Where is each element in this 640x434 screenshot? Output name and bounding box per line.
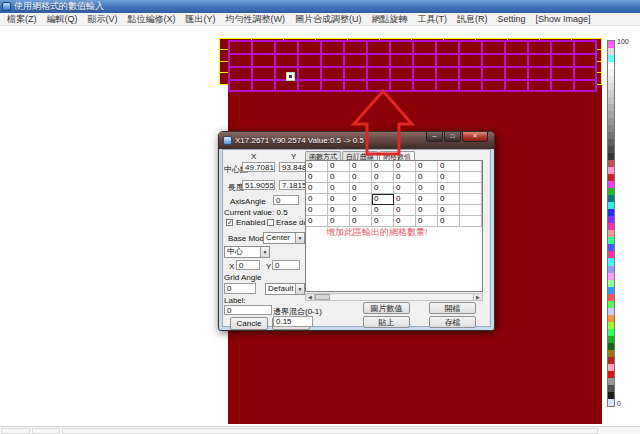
grid-cell[interactable]: 0: [306, 172, 328, 183]
grid-cell[interactable]: 0: [438, 205, 460, 216]
grid-cell[interactable]: 0: [394, 161, 416, 172]
grid-cell[interactable]: 0: [350, 183, 372, 194]
label-input[interactable]: 0: [224, 305, 272, 315]
menu-item-12[interactable]: [Show Image]: [531, 14, 596, 24]
grid-cell[interactable]: 0: [372, 183, 394, 194]
grid-cell[interactable]: 0: [416, 205, 438, 216]
grid-cell[interactable]: 0: [306, 216, 328, 227]
image-values-button[interactable]: 圖片數值: [363, 302, 410, 314]
grid-cell[interactable]: 0: [416, 183, 438, 194]
grid-cell[interactable]: 0: [328, 194, 350, 205]
grid-angle-mode-dropdown[interactable]: Default ▼: [265, 283, 305, 295]
blend-input[interactable]: 0.15: [273, 316, 313, 327]
grid-cell[interactable]: 0: [372, 161, 394, 172]
grid-cell[interactable]: 0: [438, 183, 460, 194]
grid-cell[interactable]: [460, 205, 482, 216]
menu-item-5[interactable]: 匯出(Y): [181, 13, 221, 26]
colorbar-stripe: [608, 350, 614, 357]
grid-cell[interactable]: 0: [328, 183, 350, 194]
grid-cell[interactable]: 0: [328, 205, 350, 216]
colorbar-stripe: [608, 139, 614, 146]
base-mode-dropdown[interactable]: Center ▼: [263, 232, 305, 244]
paste-button[interactable]: 貼上: [363, 316, 410, 328]
grid-cell[interactable]: [460, 183, 482, 194]
dialog-title-bar[interactable]: X17.2671 Y90.2574 Value:0.5 -> 0.5 ─ □ ✕: [219, 132, 494, 149]
scrollbar-thumb[interactable]: [315, 294, 330, 300]
offset-x-input[interactable]: 0: [236, 260, 260, 270]
colorbar-stripe: [608, 160, 614, 167]
grid-cell[interactable]: 0: [416, 172, 438, 183]
axis-angle-input[interactable]: 0: [273, 195, 299, 205]
menu-item-1[interactable]: 檔案(Z): [2, 13, 42, 26]
center-x-input[interactable]: 49.7081: [242, 162, 275, 172]
grid-cell[interactable]: 0: [438, 194, 460, 205]
minimize-button[interactable]: ─: [426, 132, 443, 142]
scroll-right-icon[interactable]: ▶: [473, 294, 482, 300]
dialog-icon: [223, 136, 232, 145]
grid-cell[interactable]: [460, 194, 482, 205]
menu-item-6[interactable]: 均勻性調整(W): [221, 13, 291, 26]
grid-cell[interactable]: 0: [394, 183, 416, 194]
chevron-down-icon[interactable]: ▼: [295, 284, 304, 294]
menu-item-2[interactable]: 編輯(Q): [42, 13, 83, 26]
grid-cell[interactable]: 0: [372, 172, 394, 183]
close-button[interactable]: ✕: [462, 132, 488, 142]
colorbar-stripe: [608, 258, 614, 265]
menu-item-3[interactable]: 顯示(V): [83, 13, 123, 26]
anchor-value: 中心: [227, 247, 243, 256]
open-file-button[interactable]: 開檔: [429, 302, 476, 314]
colorbar-stripe: [608, 287, 614, 294]
erase-dots-checkbox[interactable]: [267, 219, 274, 226]
color-scale-max-label: 100: [617, 38, 629, 45]
base-mode-value: Center: [266, 233, 290, 242]
enabled-checkbox[interactable]: ✓: [226, 219, 233, 226]
grid-cell[interactable]: 0: [306, 205, 328, 216]
selected-point-marker[interactable]: [286, 72, 295, 81]
grid-cell[interactable]: 0: [306, 183, 328, 194]
maximize-button[interactable]: □: [444, 132, 461, 142]
grid-cell[interactable]: 0: [328, 161, 350, 172]
colorbar-stripe: [608, 216, 614, 223]
scroll-left-icon[interactable]: ◀: [306, 294, 315, 300]
grid-cell[interactable]: 0: [416, 194, 438, 205]
cancel-button[interactable]: Cancle: [230, 317, 268, 330]
length-x-input[interactable]: 51.9055: [242, 180, 275, 190]
colorbar-stripe: [608, 308, 614, 315]
chevron-down-icon[interactable]: ▼: [295, 233, 304, 243]
grid-cell[interactable]: [460, 216, 482, 227]
grid-horizontal-scrollbar[interactable]: ◀ ▶: [305, 293, 483, 301]
anchor-dropdown[interactable]: 中心 ▼: [224, 246, 270, 258]
grid-cell[interactable]: 0: [350, 172, 372, 183]
grid-cell[interactable]: 0: [372, 205, 394, 216]
grid-cell[interactable]: 0: [306, 194, 328, 205]
chevron-down-icon[interactable]: ▼: [260, 247, 269, 257]
save-file-button[interactable]: 存檔: [429, 316, 476, 328]
colorbar-stripe: [608, 301, 614, 308]
menu-item-7[interactable]: 圖片合成調整(U): [290, 13, 367, 26]
grid-cell[interactable]: 0: [416, 161, 438, 172]
grid-cell[interactable]: 0: [306, 161, 328, 172]
colorbar-stripe: [608, 69, 614, 76]
menu-item-8[interactable]: 網點旋轉: [367, 13, 413, 26]
grid-cell[interactable]: 0: [328, 172, 350, 183]
menu-item-9[interactable]: 工具(T): [413, 13, 453, 26]
grid-cell[interactable]: 0: [438, 161, 460, 172]
menu-item-4[interactable]: 點位編修(X): [123, 13, 181, 26]
grid-cell[interactable]: [460, 161, 482, 172]
grid-cell[interactable]: 0: [350, 194, 372, 205]
offset-y-input[interactable]: 0: [272, 260, 300, 270]
grid-cell[interactable]: 0: [350, 161, 372, 172]
grid-cell[interactable]: 0: [394, 194, 416, 205]
grid-cell[interactable]: 0: [350, 205, 372, 216]
menu-item-10[interactable]: 訊息(R): [452, 13, 493, 26]
grid-cell[interactable]: [460, 172, 482, 183]
grid-cell[interactable]: 0: [438, 172, 460, 183]
grid-cell[interactable]: 0: [394, 172, 416, 183]
menu-item-11[interactable]: Setting: [493, 14, 531, 24]
grid-cell[interactable]: 0: [438, 216, 460, 227]
grid-cell[interactable]: 0: [372, 194, 394, 205]
colorbar-stripe: [608, 83, 614, 90]
grid-angle-input[interactable]: 0: [224, 283, 256, 294]
colorbar-stripe: [608, 132, 614, 139]
grid-cell[interactable]: 0: [394, 205, 416, 216]
